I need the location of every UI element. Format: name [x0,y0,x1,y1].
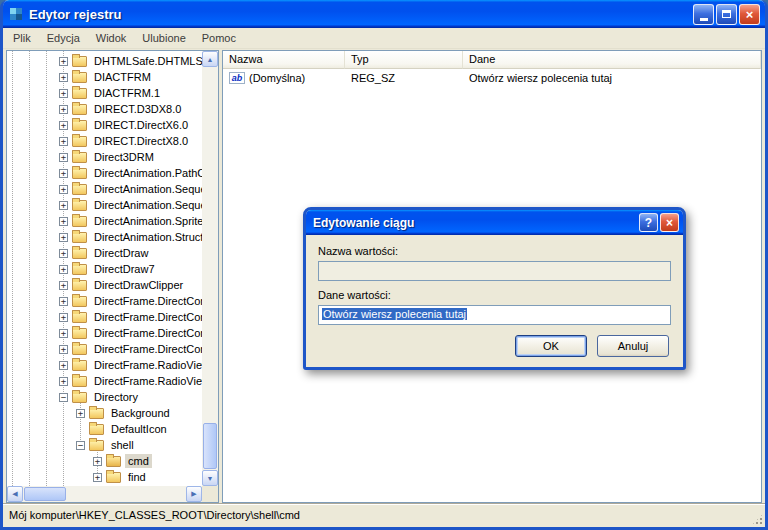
dialog-close-icon[interactable]: × [660,213,679,232]
tree-item-label[interactable]: DirectAnimation.Sequen [91,182,202,196]
expand-icon[interactable]: + [59,185,68,194]
value-name-cell[interactable]: ab(Domyślna) [223,72,345,84]
expand-icon[interactable]: + [59,281,68,290]
tree-item-label[interactable]: Direct3DRM [91,150,157,164]
expand-icon[interactable]: + [59,57,68,66]
tree-item[interactable]: +cmd [7,453,202,469]
tree-item-label[interactable]: DirectFrame.DirectContr [91,326,202,340]
tree-item-label[interactable]: DirectAnimation.Sequen [91,198,202,212]
expand-icon[interactable]: + [59,201,68,210]
expand-icon[interactable]: + [59,217,68,226]
menu-item-widok[interactable]: Widok [88,29,135,47]
tree-item[interactable]: +DIACTFRM [7,69,202,85]
expand-icon[interactable]: + [59,361,68,370]
expand-icon[interactable]: + [59,249,68,258]
title-bar[interactable]: Edytor rejestru × [3,0,765,28]
tree-item[interactable]: +DirectAnimation.Sequen [7,181,202,197]
expand-icon[interactable]: + [59,153,68,162]
tree-item-label[interactable]: DirectDraw [91,246,151,260]
tree-item[interactable]: +DirectDraw7 [7,261,202,277]
tree-item-label[interactable]: DefaultIcon [108,422,170,436]
close-icon[interactable]: × [739,4,760,25]
tree-item[interactable]: +DIRECT.DirectX8.0 [7,133,202,149]
scroll-up-icon[interactable]: ▲ [202,51,218,67]
minimize-icon[interactable] [693,4,714,25]
column-header-name[interactable]: Nazwa [223,51,345,69]
horizontal-scroll-thumb[interactable] [24,487,66,501]
expand-icon[interactable]: + [93,457,102,466]
tree-item-label[interactable]: cmd [125,454,152,468]
tree-item[interactable]: +DirectAnimation.PathCo [7,165,202,181]
expand-icon[interactable]: + [59,73,68,82]
collapse-icon[interactable]: − [76,441,85,450]
tree-item[interactable]: +Direct3DRM [7,149,202,165]
tree-item-label[interactable]: DIACTFRM [91,70,154,84]
tree-item-label[interactable]: DHTMLSafe.DHTMLSafe [91,54,202,68]
list-row[interactable]: ab(Domyślna)REG_SZOtwórz wiersz poleceni… [223,69,761,86]
expand-icon[interactable]: + [76,409,85,418]
tree-item-label[interactable]: DirectAnimation.PathCo [91,166,202,180]
tree-item-label[interactable]: find [125,470,149,484]
scroll-left-icon[interactable]: ◀ [7,486,23,502]
tree-item[interactable]: +DIACTFRM.1 [7,85,202,101]
tree-item-label[interactable]: DirectAnimation.SpriteC [91,214,202,228]
tree-vertical-scrollbar[interactable]: ▲ ▼ [202,51,218,486]
tree-item-label[interactable]: DirectFrame.DirectCont... [91,294,202,308]
tree-item[interactable]: +DirectAnimation.Structu [7,229,202,245]
tree-item-label[interactable]: DirectAnimation.Structu [91,230,202,244]
tree-item[interactable]: +DirectFrame.RadioView [7,357,202,373]
column-header-type[interactable]: Typ [345,51,463,69]
tree-item-label[interactable]: DirectDraw7 [91,262,158,276]
scroll-right-icon[interactable]: ▶ [186,486,202,502]
collapse-icon[interactable]: − [59,393,68,402]
value-data-input[interactable]: Otwórz wiersz polecenia tutaj [318,305,671,325]
help-icon[interactable]: ? [639,213,658,232]
cancel-button[interactable]: Anuluj [597,335,669,357]
expand-icon[interactable]: + [59,121,68,130]
menu-item-plik[interactable]: Plik [5,29,39,47]
tree-item-label[interactable]: DirectFrame.RadioView. [91,374,202,388]
tree-item[interactable]: +DIRECT.D3DX8.0 [7,101,202,117]
tree-item-label[interactable]: DIRECT.DirectX6.0 [91,118,191,132]
tree-item[interactable]: +DIRECT.DirectX6.0 [7,117,202,133]
vertical-scroll-thumb[interactable] [203,423,217,469]
expand-icon[interactable]: + [59,233,68,242]
dialog-title-bar[interactable]: Edytowanie ciągu ? × [306,210,683,235]
tree-horizontal-scrollbar[interactable]: ◀ ▶ [7,486,202,502]
ok-button[interactable]: OK [515,335,587,357]
maximize-icon[interactable] [716,4,737,25]
resize-grip[interactable] [751,513,764,526]
tree-item[interactable]: +DirectAnimation.SpriteC [7,213,202,229]
expand-icon[interactable]: + [59,89,68,98]
tree-item[interactable]: +DHTMLSafe.DHTMLSafe [7,53,202,69]
expand-icon[interactable]: + [59,169,68,178]
tree-item[interactable]: −Directory [7,389,202,405]
tree-item-label[interactable]: DirectFrame.DirectCont... [91,310,202,324]
expand-icon[interactable]: + [59,105,68,114]
tree-item-label[interactable]: DIRECT.D3DX8.0 [91,102,184,116]
expand-icon[interactable]: + [93,473,102,482]
menu-item-edycja[interactable]: Edycja [39,29,88,47]
tree-item[interactable]: +find [7,469,202,485]
menu-item-ulubione[interactable]: Ulubione [134,29,193,47]
menu-item-pomoc[interactable]: Pomoc [194,29,244,47]
tree-item-label[interactable]: Background [108,406,173,420]
tree-item[interactable]: +DirectFrame.DirectContr [7,341,202,357]
tree-item[interactable]: +DirectDrawClipper [7,277,202,293]
tree-item-label[interactable]: DirectDrawClipper [91,278,186,292]
tree-item-label[interactable]: DirectFrame.DirectContr [91,342,202,356]
tree-item[interactable]: +DirectFrame.DirectCont... [7,309,202,325]
expand-icon[interactable]: + [59,297,68,306]
expand-icon[interactable]: + [59,313,68,322]
tree-item[interactable]: +DefaultIcon [7,421,202,437]
tree-item[interactable]: −shell [7,437,202,453]
tree-item[interactable]: +DirectDraw [7,245,202,261]
tree-item-label[interactable]: DIRECT.DirectX8.0 [91,134,191,148]
expand-icon[interactable]: + [59,377,68,386]
tree-item-label[interactable]: DirectFrame.RadioView [91,358,202,372]
tree-item-label[interactable]: shell [108,438,137,452]
tree-item[interactable]: +DirectFrame.DirectCont... [7,293,202,309]
tree-item-label[interactable]: Directory [91,390,141,404]
tree-item[interactable]: +DirectFrame.DirectContr [7,325,202,341]
scroll-down-icon[interactable]: ▼ [202,470,218,486]
